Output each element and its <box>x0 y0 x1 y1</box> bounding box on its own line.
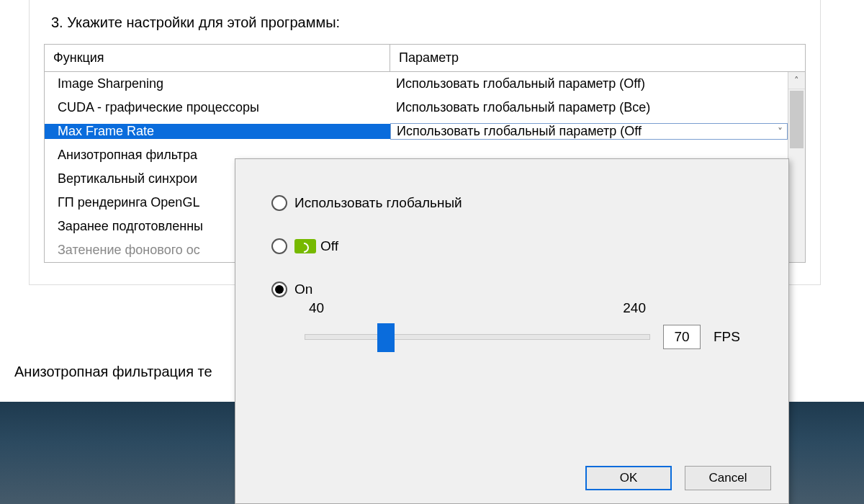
radio-icon <box>271 238 287 254</box>
table-row-selected[interactable]: Max Frame Rate Использовать глобальный п… <box>45 120 805 143</box>
radio-option-global[interactable]: Использовать глобальный <box>271 195 767 211</box>
radio-icon <box>271 195 287 211</box>
radio-option-off[interactable]: Off <box>271 238 767 254</box>
cell-parameter: Использовать глобальный параметр (Все) <box>390 100 788 115</box>
max-frame-rate-popup: Использовать глобальный Off On 40 240 70… <box>235 158 789 504</box>
scroll-up-button[interactable]: ˄ <box>788 72 805 89</box>
radio-label: Использовать глобальный <box>294 195 462 211</box>
footer-description: Анизотропная фильтрация те <box>14 364 212 380</box>
slider-min-label: 40 <box>309 300 324 316</box>
column-header-function: Функция <box>45 45 390 71</box>
scroll-thumb[interactable] <box>790 91 804 148</box>
table-header: Функция Параметр <box>45 45 805 72</box>
section-heading: 3. Укажите настройки для этой программы: <box>44 14 806 31</box>
fps-unit-label: FPS <box>714 329 740 345</box>
fps-slider[interactable] <box>305 334 650 340</box>
nvidia-icon <box>294 239 316 253</box>
radio-label: Off <box>320 238 338 254</box>
cell-parameter-dropdown[interactable]: Использовать глобальный параметр (Off ˅ <box>390 123 788 140</box>
radio-label: On <box>294 282 312 297</box>
fps-value-input[interactable]: 70 <box>663 325 701 349</box>
scrollbar[interactable]: ˄ <box>788 72 805 262</box>
slider-range-labels: 40 240 <box>305 300 650 316</box>
column-header-parameter: Параметр <box>390 45 805 71</box>
table-row[interactable]: CUDA - графические процессоры Использова… <box>45 96 805 120</box>
ok-button[interactable]: OK <box>585 466 672 490</box>
cell-parameter: Использовать глобальный параметр (Off) <box>390 76 788 91</box>
slider-area: 40 240 70 FPS <box>305 300 767 349</box>
dropdown-value: Использовать глобальный параметр (Off <box>397 124 642 139</box>
cancel-button[interactable]: Cancel <box>685 466 771 490</box>
cell-function: CUDA - графические процессоры <box>45 100 390 115</box>
slider-max-label: 240 <box>623 300 646 316</box>
radio-icon-checked <box>271 282 287 297</box>
cell-function: Max Frame Rate <box>45 124 390 139</box>
radio-option-on[interactable]: On <box>271 282 767 297</box>
cell-function: Image Sharpening <box>45 76 390 91</box>
table-row[interactable]: Image Sharpening Использовать глобальный… <box>45 72 805 96</box>
chevron-down-icon: ˅ <box>778 126 783 138</box>
popup-button-bar: OK Cancel <box>585 466 771 490</box>
slider-thumb[interactable] <box>377 323 395 352</box>
